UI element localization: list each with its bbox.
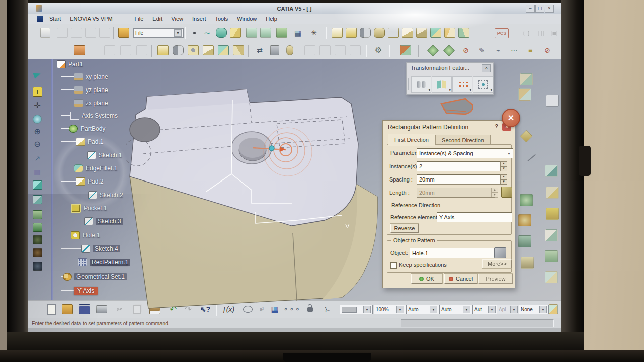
menu-window[interactable]: Window bbox=[232, 15, 261, 23]
cylinders-icon[interactable] bbox=[172, 44, 185, 57]
pcs-badge[interactable]: PCS bbox=[495, 28, 509, 38]
enovia-icon-3[interactable] bbox=[84, 26, 97, 39]
painter-icon[interactable] bbox=[547, 303, 560, 316]
wrench-icon[interactable]: ⌁ bbox=[492, 44, 505, 57]
tree-item-hole1[interactable]: Hole.1 bbox=[61, 231, 100, 239]
toolbar-close-icon[interactable]: × bbox=[482, 64, 491, 72]
open-icon[interactable] bbox=[61, 303, 74, 316]
multi-body-icon[interactable] bbox=[275, 26, 288, 39]
no-show-icon[interactable]: ⊘ bbox=[459, 44, 472, 57]
right-toolbar-icon[interactable] bbox=[521, 257, 534, 269]
right-toolbar-icon[interactable] bbox=[545, 229, 558, 241]
tree-item-part1[interactable]: Part1 bbox=[57, 60, 83, 68]
render-style-icon[interactable] bbox=[30, 193, 45, 206]
pocket2-icon[interactable] bbox=[156, 44, 170, 57]
instances-field[interactable]: 2 bbox=[417, 161, 504, 171]
forbid-tool-icon[interactable]: ⊘ bbox=[541, 44, 554, 57]
layer-combo[interactable]: None▼ bbox=[519, 305, 549, 314]
tree-item-sketch4[interactable]: Sketch.4 bbox=[61, 244, 120, 253]
tree-item-edgefillet1[interactable]: EdgeFillet.1 bbox=[61, 164, 117, 172]
window-layout-icon-1[interactable]: ▢ bbox=[520, 26, 533, 39]
gray-tool-icon-1[interactable] bbox=[303, 44, 316, 57]
rib-icon[interactable] bbox=[401, 26, 414, 39]
hole-icon[interactable] bbox=[387, 26, 400, 39]
close-badge-icon[interactable]: ✕ bbox=[502, 109, 520, 127]
right-toolbar-icon[interactable] bbox=[545, 165, 558, 177]
catalog-gray-icon-1[interactable] bbox=[103, 44, 116, 57]
gray-tool-icon-4[interactable] bbox=[349, 44, 362, 57]
preview-button[interactable]: Preview bbox=[478, 274, 513, 284]
hide-show-icon[interactable] bbox=[30, 208, 45, 221]
right-toolbar-icon[interactable] bbox=[520, 73, 533, 85]
tree-item-pocket1[interactable]: Pocket.1 bbox=[61, 204, 107, 212]
parameters-combo[interactable]: Instance(s) & Spacing ▼ bbox=[417, 148, 513, 158]
pan-icon[interactable]: ✛ bbox=[30, 99, 45, 112]
tree-item-sketch2[interactable]: Sketch.2 bbox=[61, 191, 123, 199]
remove-loft-icon[interactable] bbox=[457, 26, 470, 39]
view-mode-icon-1[interactable] bbox=[30, 233, 45, 246]
paint-brush-icon[interactable]: ✏ bbox=[475, 44, 489, 57]
reverse-button[interactable]: Reverse bbox=[390, 224, 419, 233]
search-part2-icon[interactable] bbox=[259, 26, 272, 39]
menu-view[interactable]: View bbox=[167, 15, 188, 23]
tree-item-geometrical-set1[interactable]: Geometrical Set.1 bbox=[61, 272, 127, 281]
stiffener-icon[interactable] bbox=[429, 26, 442, 39]
open-folder-icon[interactable] bbox=[117, 26, 130, 39]
fit-all-in-icon[interactable]: ✛ bbox=[30, 85, 45, 98]
spacing-spinner[interactable]: ▲▼ bbox=[500, 174, 507, 185]
chevron-down-icon[interactable]: ▼ bbox=[539, 306, 547, 313]
hole2-icon[interactable] bbox=[187, 44, 200, 57]
menu-edit[interactable]: Edit bbox=[148, 15, 167, 23]
enovia-icon-4[interactable] bbox=[98, 26, 111, 39]
window-layout-icon-2[interactable]: ◫ bbox=[535, 26, 548, 39]
scaling-icon[interactable]: ▾ bbox=[473, 76, 493, 93]
menu-start[interactable]: Start bbox=[45, 15, 65, 23]
right-toolbar-icon[interactable] bbox=[518, 235, 531, 247]
menu-tools[interactable]: Tools bbox=[210, 15, 232, 23]
close-button[interactable]: × bbox=[545, 5, 554, 13]
minimize-button[interactable]: – bbox=[526, 5, 535, 13]
instances-spinner[interactable]: ▲▼ bbox=[500, 161, 507, 171]
keep-specifications-checkbox[interactable] bbox=[390, 262, 397, 269]
spline-icon[interactable]: ∼ bbox=[201, 26, 214, 39]
menu-enovia[interactable]: ENOVIA V5 VPM bbox=[65, 15, 117, 23]
axis-star-icon[interactable]: ✳ bbox=[307, 26, 320, 39]
view-mode-icon-3[interactable] bbox=[30, 260, 45, 273]
surface-icon[interactable] bbox=[215, 26, 228, 39]
tree-item-pad2[interactable]: Pad.2 bbox=[61, 177, 103, 186]
search-part-icon[interactable] bbox=[245, 26, 258, 39]
gear-icon[interactable]: ⚙ bbox=[372, 44, 385, 57]
tree-item-pad1[interactable]: Pad.1 bbox=[61, 137, 103, 146]
multi-view-icon[interactable]: ▦ bbox=[30, 165, 45, 178]
menu-file[interactable]: File bbox=[130, 15, 148, 23]
box-icon[interactable] bbox=[217, 44, 230, 57]
formula-icon[interactable] bbox=[501, 187, 512, 198]
file-combo[interactable]: File▼ bbox=[133, 28, 184, 38]
slot-icon[interactable] bbox=[415, 26, 428, 39]
spacing-field[interactable]: 20mm bbox=[417, 174, 504, 185]
point-icon[interactable] bbox=[188, 26, 201, 39]
right-toolbar-icon[interactable] bbox=[545, 250, 558, 262]
chevron-down-icon[interactable]: ▼ bbox=[174, 29, 182, 37]
tree-item-sketch1[interactable]: Sketch.1 bbox=[61, 151, 122, 159]
loft-icon[interactable] bbox=[443, 26, 456, 39]
constraint-icon[interactable] bbox=[268, 44, 281, 57]
more-button[interactable]: More>> bbox=[482, 259, 512, 268]
view-mode-icon-2[interactable] bbox=[30, 246, 45, 259]
right-toolbar-icon[interactable] bbox=[518, 214, 531, 226]
right-toolbar-icon[interactable] bbox=[520, 194, 533, 206]
new-document-icon[interactable] bbox=[45, 303, 58, 316]
print-icon[interactable] bbox=[95, 303, 108, 316]
gray-tool-icon-3[interactable] bbox=[334, 44, 347, 57]
point-symbol-combo[interactable]: Aut▼ bbox=[472, 305, 498, 314]
swap-space-icon[interactable] bbox=[30, 221, 45, 234]
right-toolbar-icon[interactable] bbox=[518, 88, 531, 101]
enovia-icon-2[interactable] bbox=[70, 26, 83, 39]
zoom-in-icon[interactable]: ⊕ bbox=[30, 125, 45, 138]
measure-item-icon[interactable] bbox=[283, 44, 296, 57]
cancel-button[interactable]: Cancel bbox=[444, 274, 477, 284]
maximize-button[interactable]: ▢ bbox=[535, 5, 544, 13]
tree-item-rectpattern1[interactable]: RectPattern.1 bbox=[61, 258, 130, 266]
mirror-icon[interactable]: ▾ bbox=[432, 76, 452, 93]
rectangular-pattern-icon[interactable]: ▾ bbox=[452, 76, 472, 93]
